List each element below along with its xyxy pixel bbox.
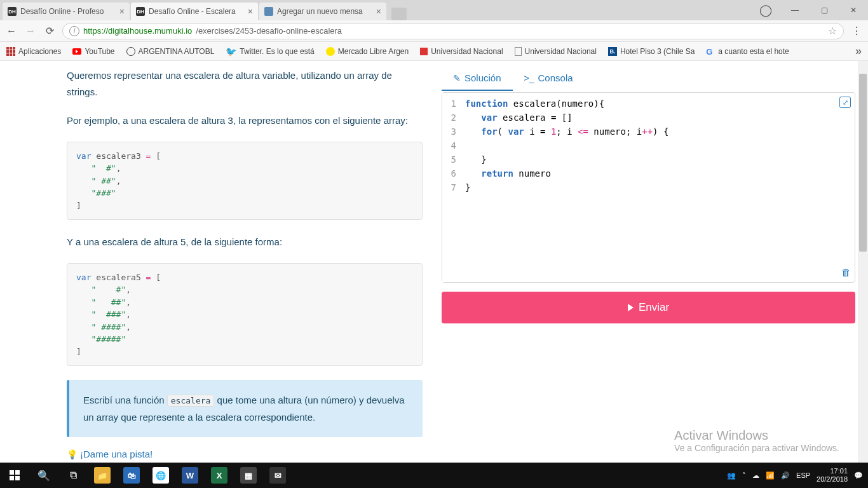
tab-consola[interactable]: >_Consola (513, 66, 585, 91)
tab-title: Desafío Online - Escalera (149, 7, 236, 16)
minimize-button[interactable]: — (780, 0, 810, 20)
browser-tab-0[interactable]: DH Desafío Online - Profeso × (3, 3, 130, 20)
close-window-button[interactable]: ✕ (839, 0, 868, 20)
bookmark-google[interactable]: Ga cuanto esta el hote (706, 47, 789, 56)
submit-button[interactable]: Enviar (442, 292, 855, 323)
bookmark-youtube[interactable]: YouTube (72, 47, 114, 56)
code-editor[interactable]: 1234567 function escalera(numero){ var e… (442, 92, 855, 283)
taskbar-app-calculator[interactable]: ▦ (234, 463, 263, 488)
window-controls: ◯ — ▢ ✕ (751, 0, 868, 20)
task-view-button[interactable]: ⧉ (58, 463, 88, 488)
tray-volume-icon[interactable]: 🔊 (781, 471, 790, 480)
browser-tab-1[interactable]: DH Desafío Online - Escalera × (131, 3, 258, 20)
code-area[interactable]: function escalera(numero){ var escalera … (460, 93, 855, 282)
url-field[interactable]: i https://digitalhouse.mumuki.io/exercis… (62, 23, 844, 39)
maximize-button[interactable]: ▢ (810, 0, 839, 20)
back-button[interactable]: ← (5, 25, 18, 37)
favicon-icon (264, 7, 273, 16)
pencil-icon: ✎ (453, 73, 461, 83)
line-gutter: 1234567 (442, 93, 460, 282)
search-button[interactable]: 🔍 (29, 463, 58, 488)
scroll-thumb[interactable] (859, 74, 867, 252)
tray-people-icon[interactable]: 👥 (727, 471, 736, 480)
paragraph: Por ejemplo, a una escalera de altura 3,… (67, 112, 423, 129)
browser-tab-2[interactable]: Agregar un nuevo mensa × (259, 3, 386, 20)
new-tab-button[interactable] (391, 8, 407, 20)
code-example-5: var escalera5 = [ " #", " ##", " ###", "… (67, 263, 423, 367)
chrome-menu-button[interactable]: ⋮ (850, 25, 863, 37)
booking-icon: B. (608, 47, 617, 56)
tray-wifi-icon[interactable]: 📶 (766, 471, 775, 480)
tab-close-icon[interactable]: × (248, 6, 253, 17)
address-bar: ← → ⟳ i https://digitalhouse.mumuki.io/e… (0, 20, 868, 42)
forward-button[interactable]: → (24, 25, 37, 37)
terminal-icon: >_ (524, 73, 534, 83)
start-button[interactable] (0, 463, 29, 488)
paragraph: Y a una escalera de altura 5, de la sigu… (67, 234, 423, 250)
taskbar-app-store[interactable]: 🛍 (117, 463, 146, 488)
bookmark-universidad-2[interactable]: Universidad Nacional (515, 47, 597, 56)
taskbar-clock[interactable]: 17:01 20/2/2018 (817, 467, 848, 484)
play-icon (628, 304, 634, 311)
site-icon (420, 48, 428, 55)
tray-onedrive-icon[interactable]: ☁ (752, 471, 759, 480)
globe-icon (126, 47, 135, 56)
taskbar-app-chrome[interactable]: 🌐 (146, 463, 175, 488)
taskbar-app-explorer[interactable]: 📁 (88, 463, 117, 488)
tab-title: Agregar un nuevo mensa (277, 7, 363, 16)
browser-tab-strip: DH Desafío Online - Profeso × DH Desafío… (0, 0, 868, 20)
apps-button[interactable]: Aplicaciones (6, 47, 61, 56)
reload-button[interactable]: ⟳ (43, 25, 56, 37)
taskbar-app-excel[interactable]: X (205, 463, 234, 488)
hint-link[interactable]: 💡¡Dame una pista! (67, 449, 423, 459)
bookmark-twitter[interactable]: 🐦Twitter. Es lo que está (226, 46, 314, 57)
tab-title: Desafío Online - Profeso (20, 7, 104, 16)
twitter-icon: 🐦 (226, 46, 236, 57)
lightbulb-icon: 💡 (67, 449, 78, 459)
editor-tabs: ✎Solución >_Consola (442, 66, 855, 91)
google-icon: G (706, 47, 715, 56)
bookmark-star-icon[interactable]: ☆ (828, 25, 837, 37)
url-path: /exercises/2453-desafio-online-escalera (196, 26, 342, 36)
url-host: https://digitalhouse.mumuki.io (83, 26, 192, 36)
code-example-3: var escalera3 = [ " #", " ##", "###" ] (67, 142, 423, 220)
bookmark-universidad-1[interactable]: Universidad Nacional (420, 47, 503, 56)
tab-close-icon[interactable]: × (119, 6, 125, 17)
tray-up-icon[interactable]: ˄ (742, 471, 746, 480)
bookmarks-bar: Aplicaciones YouTube ARGENTINA AUTOBL 🐦T… (0, 42, 868, 61)
file-icon (515, 47, 522, 56)
watermark-subtitle: Ve a Configuración para activar Windows. (674, 443, 839, 453)
tab-solucion[interactable]: ✎Solución (442, 66, 513, 91)
taskbar-app-mail[interactable]: ✉ (263, 463, 292, 488)
page-content: Queremos representar una escalera de alt… (0, 61, 868, 463)
expand-icon[interactable]: ⤢ (839, 97, 851, 108)
paragraph: Queremos representar una escalera de alt… (67, 67, 423, 100)
site-info-icon[interactable]: i (69, 26, 79, 36)
trash-icon[interactable]: 🗑 (841, 267, 851, 278)
tray-notifications-icon[interactable]: 💬 (854, 471, 863, 480)
youtube-icon (72, 48, 81, 55)
profile-icon[interactable]: ◯ (751, 0, 780, 20)
taskbar: 🔍 ⧉ 📁 🛍 🌐 W X ▦ ✉ 👥 ˄ ☁ 📶 🔊 ESP 17:01 20… (0, 463, 868, 488)
favicon-icon: DH (136, 7, 145, 16)
taskbar-app-word[interactable]: W (175, 463, 205, 488)
watermark-title: Activar Windows (674, 428, 839, 443)
inline-code: escalera (167, 395, 215, 407)
tray-language[interactable]: ESP (796, 471, 810, 479)
windows-watermark: Activar Windows Ve a Configuración para … (674, 428, 839, 453)
tab-close-icon[interactable]: × (376, 6, 381, 17)
bookmark-hotel[interactable]: B.Hotel Piso 3 (Chile Sa (608, 47, 695, 56)
favicon-icon: DH (8, 7, 17, 16)
problem-description: Queremos representar una escalera de alt… (67, 61, 423, 463)
system-tray: 👥 ˄ ☁ 📶 🔊 ESP 17:01 20/2/2018 💬 (727, 467, 868, 484)
vertical-scrollbar[interactable] (858, 61, 868, 463)
mercadolibre-icon (326, 47, 335, 56)
bookmarks-overflow-button[interactable]: » (855, 44, 862, 58)
instruction-box: Escribí una función escalera que tome un… (67, 380, 423, 437)
editor-panel: ✎Solución >_Consola 1234567 function esc… (442, 61, 855, 463)
bookmark-argentina[interactable]: ARGENTINA AUTOBL (126, 47, 215, 56)
bookmark-mercadolibre[interactable]: Mercado Libre Argen (326, 47, 409, 56)
